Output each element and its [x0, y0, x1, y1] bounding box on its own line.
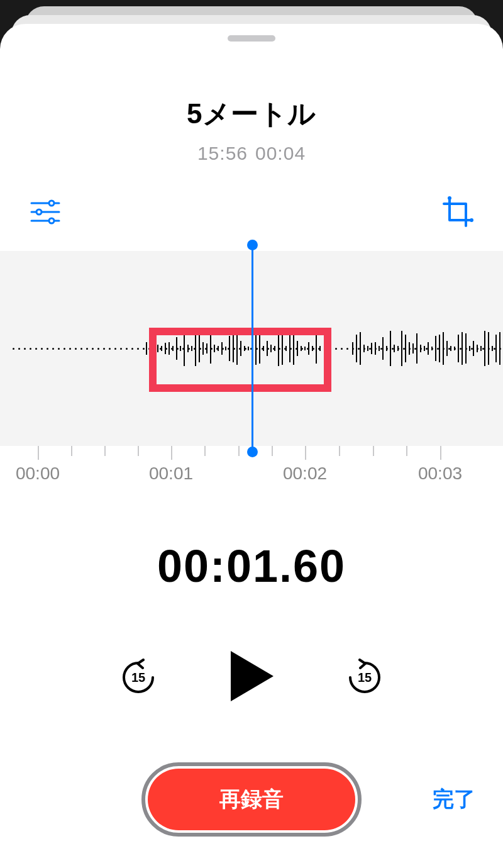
ruler-label: 00:00 [16, 464, 60, 484]
svg-marker-8 [231, 651, 274, 701]
rerecord-button-frame: 再録音 [141, 762, 362, 837]
skip-back-15-button[interactable]: 15 [119, 658, 158, 697]
recording-timestamp: 15:56 [197, 143, 248, 164]
skip-forward-15-button[interactable]: 15 [345, 658, 384, 697]
skip-back-label: 15 [131, 670, 145, 684]
annotation-highlight-box [149, 328, 331, 392]
svg-point-5 [49, 218, 54, 223]
svg-point-6 [448, 196, 451, 200]
current-time-display: 00:01.60 [157, 540, 346, 592]
recording-duration: 00:04 [255, 143, 306, 164]
trim-crop-icon[interactable] [440, 194, 475, 230]
ruler-label: 00:01 [149, 464, 193, 484]
sheet-grabber[interactable] [228, 35, 275, 42]
rerecord-button[interactable]: 再録音 [148, 769, 355, 830]
edit-toolbar [0, 194, 503, 230]
done-button[interactable]: 完了 [433, 785, 475, 814]
ruler-label: 00:02 [283, 464, 327, 484]
recording-subline: 15:5600:04 [197, 143, 306, 164]
recording-title[interactable]: 5メートル [187, 96, 316, 133]
done-label: 完了 [433, 787, 475, 811]
transport-controls: 15 15 [0, 648, 503, 706]
bottom-bar: 再録音 完了 [0, 762, 503, 837]
svg-point-7 [470, 218, 473, 222]
svg-point-3 [49, 201, 54, 206]
settings-sliders-icon[interactable] [28, 194, 63, 230]
playhead[interactable] [252, 245, 253, 452]
rerecord-label: 再録音 [219, 785, 284, 814]
recording-edit-sheet: 5メートル 15:5600:04 [0, 24, 503, 868]
play-button[interactable] [227, 648, 276, 706]
skip-forward-label: 15 [358, 670, 372, 684]
waveform-area[interactable] [0, 251, 503, 446]
svg-point-4 [36, 209, 41, 214]
ruler-label: 00:03 [418, 464, 462, 484]
